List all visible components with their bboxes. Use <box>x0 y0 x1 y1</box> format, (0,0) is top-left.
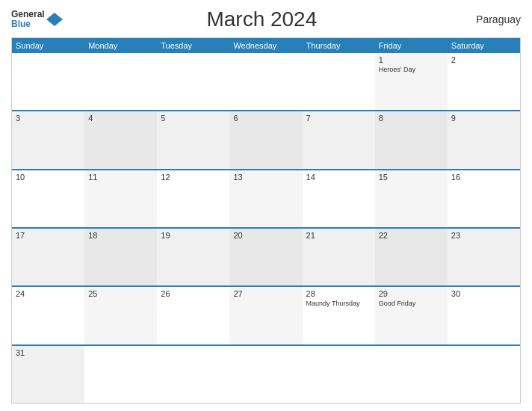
logo: General Blue <box>11 10 63 29</box>
calendar-cell: 7 <box>303 111 375 168</box>
calendar-cell: 6 <box>229 111 302 168</box>
calendar-cell <box>448 346 520 403</box>
calendar-cell: 24 <box>12 287 84 344</box>
calendar-cell: 17 <box>12 229 84 285</box>
calendar-cell <box>375 346 448 403</box>
day-header-wednesday: Wednesday <box>229 38 302 53</box>
calendar-cell <box>229 346 302 403</box>
calendar-cell: 26 <box>157 287 229 344</box>
day-number: 20 <box>233 231 298 240</box>
day-number: 30 <box>451 289 516 298</box>
calendar-cell: 14 <box>303 170 375 227</box>
day-number: 26 <box>161 289 226 298</box>
page-title: March 2024 <box>63 7 461 31</box>
day-number: 8 <box>379 114 444 123</box>
week-row-1: 3456789 <box>12 110 520 168</box>
header: General Blue March 2024 Paraguay <box>11 7 521 31</box>
day-number: 13 <box>233 173 298 182</box>
calendar-cell: 15 <box>375 170 448 227</box>
day-header-thursday: Thursday <box>303 38 375 53</box>
calendar-cell <box>229 53 302 110</box>
calendar-cell: 21 <box>303 229 375 285</box>
day-number: 12 <box>161 173 226 182</box>
day-number: 17 <box>16 231 81 240</box>
calendar-cell: 23 <box>448 229 520 285</box>
day-number: 10 <box>16 173 81 182</box>
day-number: 16 <box>451 173 516 182</box>
day-number: 21 <box>306 231 371 240</box>
country-label: Paraguay <box>461 13 521 25</box>
day-number: 15 <box>379 173 444 182</box>
calendar-cell: 1Heroes' Day <box>375 53 448 110</box>
calendar-cell <box>12 53 84 110</box>
calendar-cell: 16 <box>448 170 520 227</box>
day-number: 27 <box>233 289 298 298</box>
week-row-3: 17181920212223 <box>12 227 520 285</box>
day-number: 29 <box>379 289 444 298</box>
week-row-5: 31 <box>12 344 520 403</box>
day-number: 14 <box>306 173 371 182</box>
holiday-label: Maundy Thursday <box>306 300 371 308</box>
calendar-cell <box>303 346 375 403</box>
calendar-cell: 19 <box>157 229 229 285</box>
calendar-cell <box>84 346 157 403</box>
day-number: 4 <box>88 114 153 123</box>
calendar-cell: 5 <box>157 111 229 168</box>
calendar-cell: 30 <box>448 287 520 344</box>
day-number: 19 <box>161 231 226 240</box>
day-header-tuesday: Tuesday <box>157 38 229 53</box>
day-header-saturday: Saturday <box>448 38 520 53</box>
day-header-friday: Friday <box>375 38 448 53</box>
day-number: 24 <box>16 289 81 298</box>
calendar-cell: 20 <box>229 229 302 285</box>
calendar-cell <box>303 53 375 110</box>
day-headers: SundayMondayTuesdayWednesdayThursdayFrid… <box>12 38 520 53</box>
calendar-cell: 10 <box>12 170 84 227</box>
day-number: 18 <box>88 231 153 240</box>
calendar-cell: 25 <box>84 287 157 344</box>
calendar-cell: 11 <box>84 170 157 227</box>
calendar-cell <box>157 53 229 110</box>
logo-flag-icon <box>46 11 63 28</box>
holiday-label: Heroes' Day <box>379 66 444 74</box>
day-header-monday: Monday <box>84 38 157 53</box>
day-number: 5 <box>161 114 226 123</box>
day-number: 11 <box>88 173 153 182</box>
day-number: 23 <box>451 231 516 240</box>
calendar-cell <box>84 53 157 110</box>
week-row-0: 1Heroes' Day2 <box>12 53 520 110</box>
holiday-label: Good Friday <box>379 300 444 308</box>
day-number: 25 <box>88 289 153 298</box>
calendar-cell: 28Maundy Thursday <box>303 287 375 344</box>
calendar-cell: 2 <box>448 53 520 110</box>
day-number: 2 <box>451 55 516 64</box>
day-number: 31 <box>16 348 81 357</box>
week-row-2: 10111213141516 <box>12 169 520 227</box>
calendar-cell: 8 <box>375 111 448 168</box>
day-number: 3 <box>16 114 81 123</box>
day-number: 22 <box>379 231 444 240</box>
calendar-cell: 29Good Friday <box>375 287 448 344</box>
calendar-cell: 12 <box>157 170 229 227</box>
calendar-cell: 18 <box>84 229 157 285</box>
day-number: 9 <box>451 114 516 123</box>
calendar-cell: 4 <box>84 111 157 168</box>
day-header-sunday: Sunday <box>12 38 84 53</box>
calendar-cell: 13 <box>229 170 302 227</box>
day-number: 28 <box>306 289 371 298</box>
calendar-cell: 22 <box>375 229 448 285</box>
calendar-cell: 27 <box>229 287 302 344</box>
calendar-cell <box>157 346 229 403</box>
calendar-cell: 3 <box>12 111 84 168</box>
calendar: SundayMondayTuesdayWednesdayThursdayFrid… <box>11 37 521 404</box>
logo-text: General Blue <box>11 10 45 29</box>
day-number: 1 <box>379 55 444 64</box>
week-row-4: 2425262728Maundy Thursday29Good Friday30 <box>12 285 520 344</box>
logo-blue-text: Blue <box>11 19 45 29</box>
day-number: 7 <box>306 114 371 123</box>
calendar-cell: 31 <box>12 346 84 403</box>
calendar-page: General Blue March 2024 Paraguay SundayM… <box>0 0 532 411</box>
calendar-cell: 9 <box>448 111 520 168</box>
day-number: 6 <box>233 114 298 123</box>
weeks: 1Heroes' Day2345678910111213141516171819… <box>12 53 520 403</box>
